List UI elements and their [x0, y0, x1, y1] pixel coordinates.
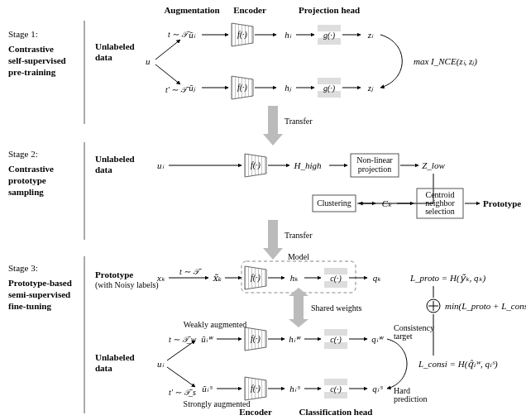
sym-minL: min(L_proto + L_consi): [445, 301, 526, 312]
header-augmentation: Augmentation: [164, 5, 219, 15]
sym-Hhigh: H_high: [294, 160, 323, 170]
shared-weights-arrow-icon: [289, 288, 308, 327]
enc-f6: f(·): [251, 384, 261, 394]
stage1-d2: self-supervised: [8, 55, 66, 65]
enc-f3: f(·): [251, 160, 261, 170]
sym-tT: t ∼ 𝒯: [168, 30, 190, 39]
sym-hi: hᵢ: [285, 30, 292, 40]
stage1-unlabeled: Unlabeled: [95, 41, 135, 51]
sym-tT3: t ∼ 𝒯: [179, 267, 202, 276]
stage2-title: Stage 2:: [8, 149, 38, 159]
svg-rect-17: [268, 106, 278, 134]
sym-zj: zⱼ: [367, 83, 374, 93]
sym-utj: ũⱼ: [189, 83, 196, 93]
proto-lbl: Prototype: [95, 270, 133, 279]
transfer-label-2: Transfer: [285, 231, 313, 240]
sym-ui3: uᵢ: [157, 359, 165, 369]
svg-line-41: [167, 367, 195, 387]
svg-rect-37: [294, 296, 304, 319]
centroid3: selection: [425, 207, 455, 216]
stage1-d3: pre-training: [8, 67, 56, 77]
shared-weights-label: Shared weights: [311, 303, 361, 313]
header-projection: Projection head: [299, 5, 360, 15]
sym-Ck: Cₖ: [382, 198, 392, 208]
sym-tTs: t′ ∼ 𝒯_s: [169, 388, 196, 397]
nce-curve: [380, 35, 402, 88]
cls-c1: c(·): [330, 274, 342, 284]
stage1-data: data: [95, 52, 112, 62]
stage1-title: Stage 1:: [8, 29, 38, 39]
sym-ui2: uᵢ: [157, 160, 165, 170]
transfer-label-1: Transfer: [285, 117, 313, 126]
stage3-data: data: [95, 363, 112, 373]
svg-line-3: [155, 40, 180, 60]
hard-pred2: prediction: [394, 394, 428, 403]
stage2-d2: prototype: [8, 175, 46, 185]
enc-f1: f(·): [237, 30, 248, 40]
sym-utiw: ũᵢʷ: [201, 334, 214, 344]
sym-xtk: x̃ₖ: [213, 273, 222, 283]
model-label: Model: [288, 252, 309, 261]
cls-c2: c(·): [330, 335, 342, 345]
stage3-d1: Prototype-based: [8, 278, 72, 288]
footer-encoder: Encoder: [239, 407, 272, 417]
svg-rect-27: [268, 220, 278, 248]
stage3-d2: semi-supervised: [8, 289, 70, 299]
enc-f4: f(·): [251, 273, 261, 283]
diagram-canvas: Augmentation Encoder Projection head Sta…: [0, 0, 526, 420]
proj-g2: g(·): [323, 84, 336, 93]
sym-qk: qₖ: [373, 273, 382, 283]
enc-f5: f(·): [251, 334, 261, 344]
stage2-data: data: [95, 165, 112, 174]
transfer-arrow-icon: [263, 220, 283, 260]
sym-qiw: qᵢʷ: [371, 334, 385, 344]
noisy-lbl: (with Noisy labels): [95, 280, 159, 290]
sym-qis: qᵢˢ: [372, 384, 384, 394]
header-encoder: Encoder: [233, 5, 266, 15]
sym-tTw: t ∼ 𝒯_w: [169, 335, 197, 344]
sym-hj: hⱼ: [285, 83, 292, 93]
svg-line-4: [155, 64, 180, 84]
sym-hiw: hᵢʷ: [289, 334, 302, 344]
enc-f2: f(·): [237, 83, 248, 93]
stage3-unlabeled: Unlabeled: [95, 352, 135, 362]
sym-Zlow: Z_low: [422, 160, 445, 170]
sym-u: u: [146, 56, 151, 66]
stage1-d1: Contrastive: [8, 44, 54, 54]
stage2-d3: sampling: [8, 187, 44, 197]
svg-marker-28: [263, 248, 283, 260]
nonlin1: Non-linear: [356, 155, 393, 165]
stage2-unlabeled: Unlabeled: [95, 154, 135, 164]
cons-target2: target: [394, 332, 413, 341]
sym-Lconsi: L_consi = H(q̂ᵢʷ, qᵢˢ): [418, 359, 498, 370]
sym-Lproto: L_proto = H(ỹₖ, qₖ): [409, 273, 486, 284]
stage2-d1: Contrastive: [8, 164, 54, 174]
consistency-curve: [387, 339, 407, 389]
sym-zi: zᵢ: [367, 30, 374, 40]
sym-xk: xₖ: [156, 273, 165, 283]
sym-uti: ũᵢ: [189, 30, 196, 40]
prototype-out: Prototype: [483, 198, 521, 208]
footer-cls: Classification head: [299, 407, 373, 417]
sym-tpT: t′ ∼ 𝒯: [165, 85, 189, 94]
clustering: Clustering: [317, 198, 351, 208]
proj-g1: g(·): [323, 31, 336, 41]
sym-hk: hₖ: [290, 273, 299, 283]
cls-c3: c(·): [330, 384, 342, 394]
sym-maxI: max I_NCE(zᵢ, zⱼ): [414, 56, 477, 67]
sym-his: hᵢˢ: [289, 384, 301, 394]
svg-marker-18: [263, 134, 283, 146]
stage3-title: Stage 3:: [8, 263, 38, 273]
nonlin2: projection: [358, 165, 392, 174]
sym-utis: ũᵢˢ: [202, 384, 213, 394]
svg-marker-38: [289, 288, 308, 296]
weak-aug: Weakly augmented: [184, 320, 247, 329]
svg-marker-39: [289, 319, 308, 327]
transfer-arrow-icon: [263, 106, 283, 146]
stage3-d3: fine-tuning: [8, 301, 51, 311]
